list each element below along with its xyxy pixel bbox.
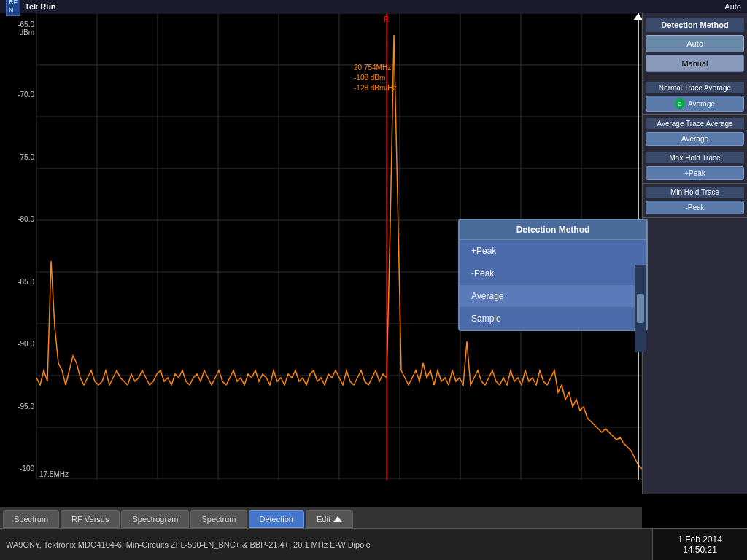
auto-button[interactable]: Auto — [646, 35, 744, 52]
time-label: 14:50:21 — [683, 545, 717, 555]
header-bar: RF N Tek Run Auto — [0, 0, 747, 13]
popup-item-average[interactable]: Average — [460, 285, 646, 308]
scrollbar-thumb — [637, 294, 644, 323]
minhold-trace-section: Min Hold Trace -Peak — [643, 184, 747, 218]
tab-rf-versus[interactable]: RF Versus — [61, 510, 120, 528]
yaxis-label-0: -65.0 dBm — [1, 20, 34, 36]
tab-spectrum2[interactable]: Spectrum — [190, 510, 247, 528]
cursor1-info: 20.754MHz -108 dBm -128 dBm/Hz — [354, 63, 396, 93]
xaxis-left-label: 17.5MHz — [36, 469, 71, 480]
cursor1-dbm-hz: -128 dBm/Hz — [354, 83, 396, 93]
detection-method-section: Detection Method Auto Manual — [643, 13, 747, 79]
normal-trace-section: Normal Trace Average a Average — [643, 79, 747, 115]
info-text-content: WA9ONY, Tektronix MDO4104-6, Min-Circuit… — [6, 540, 371, 549]
datetime-box: 1 Feb 2014 14:50:21 — [652, 528, 747, 560]
average-trace-badge[interactable]: Average — [646, 132, 744, 146]
yaxis-label-3: -80.0 — [1, 215, 34, 223]
yaxis-label-1: -70.0 — [1, 90, 34, 98]
yaxis-label-5: -90.0 — [1, 340, 34, 348]
maxhold-trace-title: Max Hold Trace — [646, 152, 744, 163]
normal-trace-title: Normal Trace Average — [646, 82, 744, 93]
minhold-trace-badge-label: -Peak — [685, 203, 704, 211]
popup-item-plus-peak[interactable]: +Peak — [460, 240, 646, 262]
right-panel: Detection Method Auto Manual Normal Trac… — [642, 13, 747, 494]
maxhold-trace-badge-label: +Peak — [684, 169, 705, 177]
average-trace-section: Average Trace Average Average — [643, 115, 747, 149]
yaxis-label-2: -75.0 — [1, 153, 34, 161]
info-bar: WA9ONY, Tektronix MDO4104-6, Min-Circuit… — [0, 528, 747, 560]
maxhold-trace-badge[interactable]: +Peak — [646, 166, 744, 180]
yaxis-label-6: -95.0 — [1, 402, 34, 411]
popup-item-sample[interactable]: Sample — [460, 308, 646, 330]
manual-button[interactable]: Manual — [646, 55, 744, 72]
maxhold-trace-section: Max Hold Trace +Peak — [643, 149, 747, 184]
minhold-trace-badge[interactable]: -Peak — [646, 201, 744, 214]
svg-marker-24 — [633, 13, 642, 20]
normal-trace-badge[interactable]: a Average — [646, 96, 744, 112]
date-label: 1 Feb 2014 — [678, 534, 722, 545]
minhold-trace-title: Min Hold Trace — [646, 187, 744, 198]
cursor1-freq: 20.754MHz — [354, 63, 396, 73]
tab-spectrogram[interactable]: Spectrogram — [121, 510, 189, 528]
detection-method-popup: Detection Method +Peak -Peak Average Sam… — [458, 219, 648, 331]
yaxis-label-7: -100 — [1, 464, 34, 472]
popup-item-minus-peak[interactable]: -Peak — [460, 262, 646, 285]
chevron-up-icon — [333, 516, 342, 522]
tab-detection[interactable]: Detection — [249, 510, 304, 528]
bottom-info-text: WA9ONY, Tektronix MDO4104-6, Min-Circuit… — [0, 528, 652, 560]
popup-title: Detection Method — [460, 220, 646, 240]
cursor1-dbm: -108 dBm — [354, 73, 396, 83]
y-axis: -65.0 dBm -70.0 -75.0 -80.0 -85.0 -90.0 … — [0, 13, 36, 480]
detection-method-title: Detection Method — [646, 18, 744, 32]
normal-trace-letter: a — [675, 98, 685, 109]
popup-scrollbar[interactable] — [635, 265, 646, 352]
tab-spectrum1[interactable]: Spectrum — [3, 510, 59, 528]
auto-label: Auto — [724, 2, 741, 11]
svg-text:R: R — [384, 15, 390, 23]
tek-run-label: Tek Run — [25, 2, 56, 11]
yaxis-label-4: -85.0 — [1, 278, 34, 286]
tab-edit[interactable]: Edit — [306, 510, 353, 528]
bottom-tab-bar: Spectrum RF Versus Spectrogram Spectrum … — [0, 508, 642, 528]
normal-trace-badge-label: Average — [688, 100, 715, 108]
average-trace-title: Average Trace Average — [646, 118, 744, 129]
average-trace-badge-label: Average — [681, 135, 708, 143]
